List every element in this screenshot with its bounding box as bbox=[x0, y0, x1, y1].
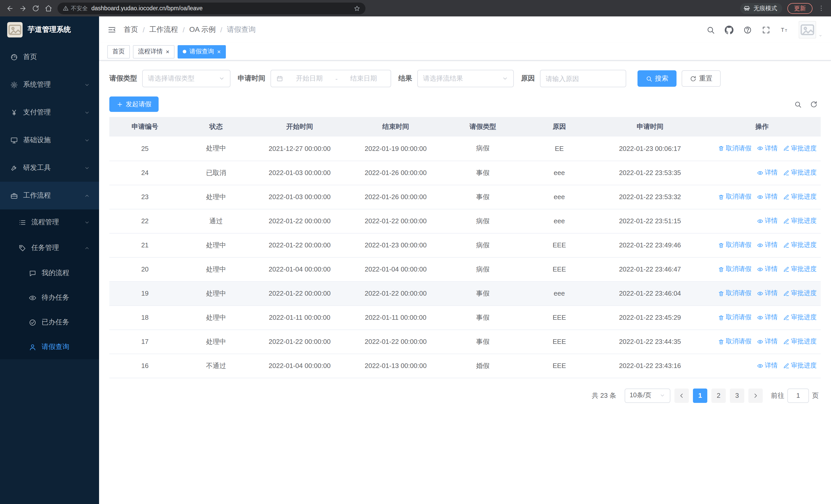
action-label: 审批进度 bbox=[791, 192, 816, 201]
toggle-search-icon[interactable] bbox=[794, 100, 802, 108]
action-progress-link[interactable]: 审批进度 bbox=[783, 289, 816, 298]
close-icon[interactable]: × bbox=[166, 49, 169, 55]
tab-2[interactable]: 请假查询× bbox=[178, 45, 226, 58]
trash-icon bbox=[718, 194, 724, 200]
chevron-down-icon bbox=[84, 219, 90, 225]
help-icon[interactable] bbox=[743, 25, 752, 34]
action-detail-link[interactable]: 详情 bbox=[757, 168, 778, 177]
next-page-button[interactable] bbox=[748, 388, 763, 403]
leave-type-select[interactable]: 请选择请假类型 bbox=[142, 70, 230, 87]
action-progress-link[interactable]: 审批进度 bbox=[783, 265, 816, 273]
sidebar-item-6[interactable]: 流程管理 bbox=[0, 209, 99, 235]
sidebar-item-label: 我的流程 bbox=[41, 268, 69, 278]
sidebar-item-9[interactable]: 待办任务 bbox=[0, 285, 99, 310]
tab-label: 流程详情 bbox=[138, 47, 163, 56]
breadcrumb-item[interactable]: 工作流程 bbox=[149, 25, 178, 34]
close-icon[interactable]: × bbox=[217, 49, 221, 55]
eye-view-icon bbox=[757, 290, 763, 296]
address-bar[interactable]: 不安全 dashboard.yudao.iocoder.cn/bpm/oa/le… bbox=[57, 2, 366, 14]
refresh-icon[interactable] bbox=[810, 100, 818, 108]
sidebar-item-1[interactable]: 系统管理 bbox=[0, 71, 99, 98]
page-button-2[interactable]: 2 bbox=[711, 388, 726, 403]
prev-page-button[interactable] bbox=[675, 388, 689, 403]
action-progress-link[interactable]: 审批进度 bbox=[783, 216, 816, 225]
reset-button[interactable]: 重置 bbox=[682, 70, 721, 87]
sidebar-item-3[interactable]: 基础设施 bbox=[0, 126, 99, 154]
tab-0[interactable]: 首页 bbox=[107, 45, 130, 58]
home-icon[interactable] bbox=[45, 4, 52, 12]
action-detail-link[interactable]: 详情 bbox=[757, 313, 778, 322]
back-icon[interactable] bbox=[6, 4, 14, 12]
page-button-1[interactable]: 1 bbox=[693, 388, 707, 403]
action-cancel-link[interactable]: 取消请假 bbox=[718, 313, 751, 322]
action-progress-link[interactable]: 审批进度 bbox=[783, 144, 816, 153]
sidebar-item-7[interactable]: 任务管理 bbox=[0, 235, 99, 261]
sidebar-item-10[interactable]: 已办任务 bbox=[0, 310, 99, 335]
action-detail-link[interactable]: 详情 bbox=[757, 216, 778, 225]
action-label: 取消请假 bbox=[726, 144, 751, 153]
sidebar-item-label: 基础设施 bbox=[23, 136, 51, 145]
action-cancel-link[interactable]: 取消请假 bbox=[718, 241, 751, 249]
menu-fold-icon[interactable] bbox=[107, 25, 116, 34]
action-detail-link[interactable]: 详情 bbox=[757, 192, 778, 201]
column-header-4: 请假类型 bbox=[444, 117, 522, 137]
search-icon[interactable] bbox=[706, 25, 715, 34]
browser-update-button[interactable]: 更新 bbox=[787, 3, 812, 13]
action-cancel-link[interactable]: 取消请假 bbox=[718, 144, 751, 153]
font-size-icon[interactable]: TT bbox=[780, 25, 789, 34]
tab-1[interactable]: 流程详情× bbox=[133, 45, 174, 58]
svg-text:T: T bbox=[781, 27, 784, 33]
result-select[interactable]: 请选择流结果 bbox=[417, 70, 514, 87]
action-detail-link[interactable]: 详情 bbox=[757, 289, 778, 298]
action-progress-link[interactable]: 审批进度 bbox=[783, 361, 816, 370]
action-progress-link[interactable]: 审批进度 bbox=[783, 192, 816, 201]
sidebar-item-4[interactable]: 研发工具 bbox=[0, 154, 99, 182]
action-cancel-link[interactable]: 取消请假 bbox=[718, 289, 751, 298]
search-button[interactable]: 搜索 bbox=[637, 70, 677, 87]
action-detail-link[interactable]: 详情 bbox=[757, 241, 778, 249]
action-progress-link[interactable]: 审批进度 bbox=[783, 241, 816, 249]
action-label: 取消请假 bbox=[726, 313, 751, 322]
action-progress-link[interactable]: 审批进度 bbox=[783, 313, 816, 322]
fullscreen-icon[interactable] bbox=[762, 25, 770, 34]
cell-type: 病假 bbox=[444, 137, 522, 161]
page-size-select[interactable]: 10条/页 bbox=[624, 388, 670, 403]
sidebar-item-5[interactable]: 工作流程 bbox=[0, 182, 99, 209]
create-leave-button[interactable]: 发起请假 bbox=[109, 96, 159, 112]
bookmark-star-icon[interactable] bbox=[354, 5, 360, 11]
cell-reason: EE bbox=[522, 137, 597, 161]
breadcrumb-item[interactable]: 首页 bbox=[124, 25, 138, 34]
action-progress-link[interactable]: 审批进度 bbox=[783, 337, 816, 346]
edit-icon bbox=[783, 266, 790, 272]
browser-menu-icon[interactable] bbox=[818, 5, 825, 12]
goto-page-input[interactable] bbox=[787, 388, 809, 403]
app-logo-row[interactable]: 芋道管理系统 bbox=[0, 17, 99, 43]
sidebar-item-11[interactable]: 请假查询 bbox=[0, 335, 99, 359]
action-detail-link[interactable]: 详情 bbox=[757, 361, 778, 370]
breadcrumb-item[interactable]: OA 示例 bbox=[190, 25, 216, 34]
user-menu[interactable] bbox=[799, 21, 823, 38]
start-date-placeholder: 开始日期 bbox=[287, 74, 331, 83]
action-detail-link[interactable]: 详情 bbox=[757, 144, 778, 153]
sidebar-item-8[interactable]: 我的流程 bbox=[0, 261, 99, 285]
trash-icon bbox=[718, 266, 724, 272]
row-actions: 取消请假详情审批进度 bbox=[704, 241, 821, 249]
action-cancel-link[interactable]: 取消请假 bbox=[718, 192, 751, 201]
action-cancel-link[interactable]: 取消请假 bbox=[718, 265, 751, 273]
user-icon bbox=[29, 343, 36, 351]
sidebar-item-2[interactable]: 支付管理 bbox=[0, 98, 99, 126]
reload-icon[interactable] bbox=[32, 4, 39, 12]
action-detail-link[interactable]: 详情 bbox=[757, 337, 778, 346]
apply-time-range-input[interactable]: 开始日期 - 结束日期 bbox=[270, 70, 391, 87]
forward-icon[interactable] bbox=[19, 4, 27, 12]
page-button-3[interactable]: 3 bbox=[730, 388, 744, 403]
table-row: 17处理中2022-01-22 00:00:002022-01-22 00:00… bbox=[109, 329, 821, 354]
github-icon[interactable] bbox=[725, 25, 734, 34]
reason-input[interactable] bbox=[541, 70, 626, 87]
action-progress-link[interactable]: 审批进度 bbox=[783, 168, 816, 177]
action-cancel-link[interactable]: 取消请假 bbox=[718, 337, 751, 346]
action-label: 详情 bbox=[765, 168, 778, 177]
security-warning[interactable]: 不安全 bbox=[63, 4, 88, 12]
sidebar-item-0[interactable]: 首页 bbox=[0, 43, 99, 71]
action-detail-link[interactable]: 详情 bbox=[757, 265, 778, 273]
